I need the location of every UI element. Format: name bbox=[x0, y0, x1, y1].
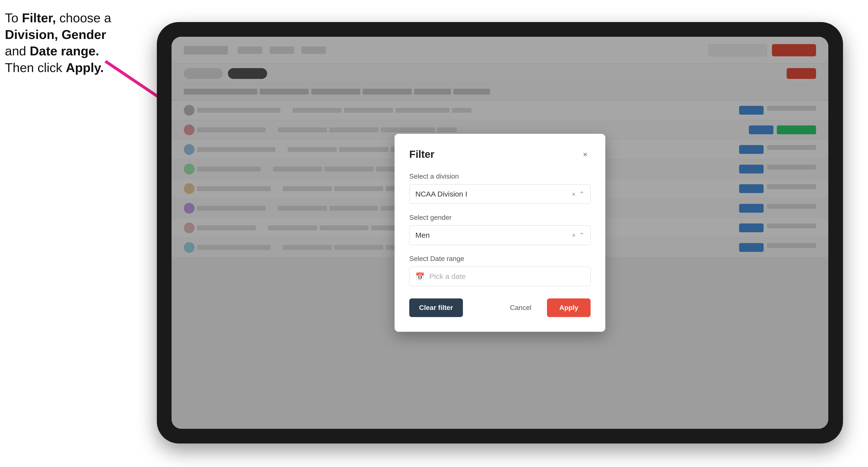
modal-title: Filter bbox=[409, 149, 434, 160]
instruction-line1: To Filter, choose a bbox=[5, 11, 111, 25]
division-select-icons: × ⌃ bbox=[572, 190, 585, 198]
clear-filter-button[interactable]: Clear filter bbox=[409, 299, 463, 317]
instruction-bold-apply: Apply. bbox=[66, 61, 104, 75]
tablet-screen: Filter × Select a division NCAA Division… bbox=[172, 37, 828, 429]
date-label: Select Date range bbox=[409, 255, 591, 263]
modal-overlay: Filter × Select a division NCAA Division… bbox=[172, 37, 828, 429]
instruction-bold-date: Date range. bbox=[30, 44, 99, 58]
date-form-group: Select Date range 📅 Pick a date bbox=[409, 255, 591, 286]
gender-value: Men bbox=[415, 231, 430, 239]
gender-select-icons: × ⌃ bbox=[572, 231, 585, 239]
gender-select[interactable]: Men × ⌃ bbox=[409, 225, 591, 245]
division-form-group: Select a division NCAA Division I × ⌃ bbox=[409, 173, 591, 204]
instruction-bold-filter: Filter, bbox=[22, 11, 56, 25]
date-picker[interactable]: 📅 Pick a date bbox=[409, 267, 591, 286]
calendar-icon: 📅 bbox=[415, 272, 425, 281]
modal-footer: Clear filter Cancel Apply bbox=[409, 299, 591, 317]
gender-form-group: Select gender Men × ⌃ bbox=[409, 214, 591, 245]
chevron-gender-icon: ⌃ bbox=[579, 231, 585, 239]
tablet-frame: Filter × Select a division NCAA Division… bbox=[157, 22, 843, 443]
instruction-text: To Filter, choose a Division, Gender and… bbox=[5, 10, 147, 76]
gender-label: Select gender bbox=[409, 214, 591, 221]
modal-close-button[interactable]: × bbox=[580, 149, 591, 160]
filter-modal: Filter × Select a division NCAA Division… bbox=[395, 134, 605, 332]
division-value: NCAA Division I bbox=[415, 190, 467, 198]
cancel-button[interactable]: Cancel bbox=[500, 299, 541, 317]
modal-header: Filter × bbox=[409, 149, 591, 160]
division-select[interactable]: NCAA Division I × ⌃ bbox=[409, 184, 591, 204]
chevron-icon: ⌃ bbox=[579, 190, 585, 198]
clear-icon[interactable]: × bbox=[572, 190, 576, 198]
instruction-line4: Then click Apply. bbox=[5, 61, 104, 75]
instruction-bold-division: Division, Gender bbox=[5, 27, 106, 42]
division-label: Select a division bbox=[409, 173, 591, 180]
clear-gender-icon[interactable]: × bbox=[572, 231, 576, 239]
modal-footer-right: Cancel Apply bbox=[500, 299, 591, 317]
date-placeholder: Pick a date bbox=[429, 272, 466, 281]
apply-button[interactable]: Apply bbox=[547, 299, 591, 317]
instruction-line3: and Date range. bbox=[5, 44, 99, 58]
